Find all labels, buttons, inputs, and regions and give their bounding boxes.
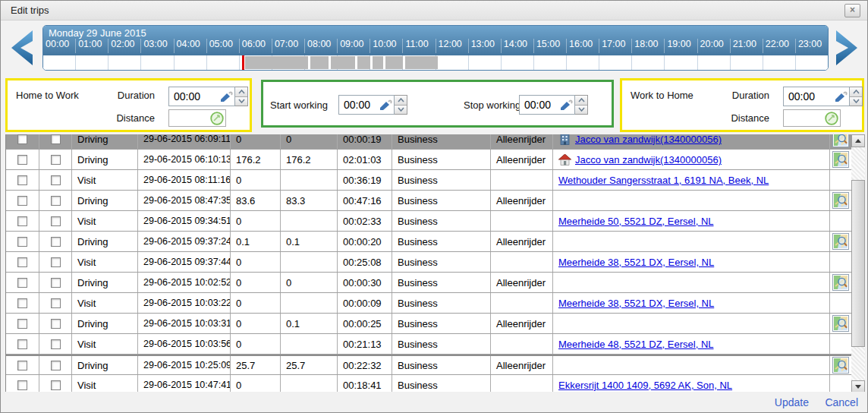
trip-activity-segment[interactable] xyxy=(373,56,383,69)
row-merge-checkbox[interactable] xyxy=(51,380,61,390)
trip-activity-segment[interactable] xyxy=(331,56,355,69)
map-zoom-icon[interactable] xyxy=(832,274,849,291)
timeline-track[interactable] xyxy=(43,55,828,70)
row-select-checkbox[interactable] xyxy=(17,380,27,390)
row-select-checkbox[interactable] xyxy=(17,216,27,226)
stop-working-input[interactable]: 00:00 xyxy=(519,95,575,115)
cancel-button[interactable]: Cancel xyxy=(825,396,858,408)
map-zoom-icon[interactable] xyxy=(832,315,849,332)
row-merge-checkbox[interactable] xyxy=(51,361,61,370)
trip-activity-segment[interactable] xyxy=(310,56,329,69)
spinner-down-icon[interactable] xyxy=(235,96,247,106)
map-zoom-icon[interactable] xyxy=(832,134,849,147)
work-to-home-distance-input[interactable] xyxy=(783,109,841,127)
scroll-up-icon[interactable] xyxy=(851,134,865,147)
row-merge-checkbox[interactable] xyxy=(51,216,61,226)
home-to-work-duration-input[interactable]: 00:00 xyxy=(168,87,235,106)
trip-location-link[interactable]: Jacco van zandwijk(1340000056) xyxy=(575,134,722,145)
spinner-up-icon[interactable] xyxy=(235,87,247,96)
map-zoom-icon[interactable] xyxy=(832,357,849,374)
edit-time-icon[interactable] xyxy=(559,99,573,111)
spinner-down-icon[interactable] xyxy=(575,105,587,115)
update-button[interactable]: Update xyxy=(775,396,809,408)
row-select-checkbox[interactable] xyxy=(17,339,27,349)
day-timeline[interactable]: Monday 29 June 2015 00:0001:0002:0003:00… xyxy=(42,25,829,71)
row-select-checkbox[interactable] xyxy=(17,196,27,206)
spinner-up-icon[interactable] xyxy=(395,96,407,105)
trip-row[interactable]: Driving29-06-2015 10:25:0925.725.700:22:… xyxy=(6,355,851,375)
title-bar: Edit trips × xyxy=(1,1,867,20)
trip-row[interactable]: Visit29-06-2015 09:34:51000:02:33Busines… xyxy=(6,211,851,232)
trip-distance: 176.2 xyxy=(231,150,281,169)
trip-location-link[interactable]: Wethouder Sangersstraat 1, 6191 NA, Beek… xyxy=(558,175,769,186)
row-merge-checkbox[interactable] xyxy=(51,155,61,165)
trip-location-link[interactable]: Ekkersrijt 1400 1409, 5692 AK, Son, NL xyxy=(558,380,732,391)
edit-time-icon[interactable] xyxy=(834,90,848,102)
spinner-down-icon[interactable] xyxy=(850,96,862,106)
next-day-icon[interactable] xyxy=(833,30,862,66)
trip-location-link[interactable]: Meerheide 50, 5521 DZ, Eersel, NL xyxy=(558,216,714,227)
row-merge-checkbox[interactable] xyxy=(51,319,61,329)
row-merge-checkbox[interactable] xyxy=(51,134,61,144)
trip-row[interactable]: Driving29-06-2015 06:09:110000:00:19Busi… xyxy=(6,134,851,150)
trip-row[interactable]: Driving29-06-2015 09:37:240.10.100:00:20… xyxy=(6,232,851,252)
row-select-checkbox[interactable] xyxy=(17,175,27,185)
spinner-up-icon[interactable] xyxy=(575,96,587,105)
trip-location-cell: Jacco van zandwijk(1340000056) xyxy=(553,150,830,169)
spinner-up-icon[interactable] xyxy=(850,87,862,96)
row-merge-checkbox[interactable] xyxy=(51,298,61,308)
row-merge-checkbox[interactable] xyxy=(51,278,61,288)
map-cell xyxy=(830,170,851,190)
trip-row[interactable]: Visit29-06-2015 09:37:44000:25:08Busines… xyxy=(6,252,851,273)
row-select-checkbox[interactable] xyxy=(17,361,27,370)
trip-row[interactable]: Driving29-06-2015 10:02:520000:00:30Busi… xyxy=(6,273,851,293)
trip-activity-segment[interactable] xyxy=(385,56,403,69)
trip-activity-segment[interactable] xyxy=(405,56,438,69)
row-select-checkbox[interactable] xyxy=(17,257,27,267)
map-zoom-icon[interactable] xyxy=(832,192,849,209)
row-select-checkbox[interactable] xyxy=(17,237,27,247)
previous-day-icon[interactable] xyxy=(7,30,36,66)
row-merge-checkbox[interactable] xyxy=(51,257,61,267)
row-merge-checkbox[interactable] xyxy=(51,237,61,247)
row-select-checkbox[interactable] xyxy=(17,134,27,144)
row-merge-checkbox[interactable] xyxy=(51,196,61,206)
trip-row[interactable]: Visit29-06-2015 10:03:56000:21:13Busines… xyxy=(6,334,851,355)
trip-location-link[interactable]: Meerheide 38, 5521 DX, Eersel, NL xyxy=(558,298,714,309)
row-select-checkbox[interactable] xyxy=(17,278,27,288)
map-zoom-icon[interactable] xyxy=(832,151,849,168)
trip-type: Driving xyxy=(72,134,138,149)
row-select-checkbox[interactable] xyxy=(17,319,27,329)
trips-table: Driving29-06-2015 06:09:110000:00:19Busi… xyxy=(5,134,851,393)
row-select-checkbox[interactable] xyxy=(17,298,27,308)
trip-location-link[interactable]: Jacco van zandwijk(1340000056) xyxy=(575,154,722,166)
edit-time-icon[interactable] xyxy=(219,90,233,102)
map-zoom-icon[interactable] xyxy=(832,233,849,250)
row-merge-checkbox[interactable] xyxy=(51,339,61,349)
row-merge-checkbox[interactable] xyxy=(51,175,61,185)
calculate-distance-icon[interactable] xyxy=(210,112,224,125)
trip-location-link[interactable]: Meerheide 48, 5521 DZ, Eersel, NL xyxy=(558,339,714,350)
trip-row[interactable]: Driving29-06-2015 06:10:13176.2176.202:0… xyxy=(6,150,851,170)
calculate-distance-icon[interactable] xyxy=(825,112,838,125)
trip-row[interactable]: Visit29-06-2015 10:03:22000:00:09Busines… xyxy=(6,293,851,314)
row-select-checkbox[interactable] xyxy=(17,155,27,165)
trip-row[interactable]: Visit29-06-2015 10:47:41000:18:41Busines… xyxy=(6,375,851,393)
trip-activity-segment[interactable] xyxy=(357,56,370,69)
home-to-work-distance-input[interactable] xyxy=(168,109,226,127)
close-icon[interactable]: × xyxy=(844,4,860,17)
edit-time-icon[interactable] xyxy=(379,99,392,111)
work-to-home-duration-input[interactable]: 00:00 xyxy=(783,87,850,106)
scrollbar-thumb[interactable] xyxy=(851,180,865,347)
checkbox-cell-2 xyxy=(39,252,72,272)
start-working-input[interactable]: 00:00 xyxy=(338,95,395,115)
table-scrollbar[interactable] xyxy=(851,134,865,393)
trip-row[interactable]: Visit29-06-2015 08:11:16000:36:19Busines… xyxy=(6,170,851,191)
trip-location-link[interactable]: Meerheide 38, 5521 DX, Eersel, NL xyxy=(558,257,714,268)
hour-gridline xyxy=(763,55,795,70)
spinner-down-icon[interactable] xyxy=(395,105,407,115)
trip-activity-segment[interactable] xyxy=(245,56,308,69)
trip-distance-corrected xyxy=(281,211,338,231)
trip-row[interactable]: Driving29-06-2015 10:03:3100.100:00:25Bu… xyxy=(6,314,851,334)
trip-row[interactable]: Driving29-06-2015 08:47:3583.683.300:47:… xyxy=(6,191,851,211)
